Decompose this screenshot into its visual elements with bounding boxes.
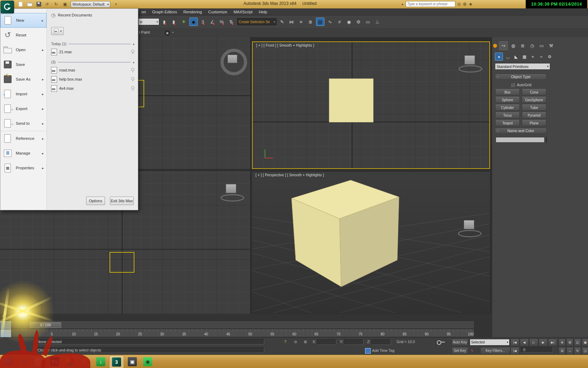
go-to-end-button[interactable]: ▶| xyxy=(548,339,557,346)
file-menu-item-import[interactable]: Import▸ xyxy=(0,87,47,101)
viewcube-ring[interactable] xyxy=(220,194,244,202)
viewcube-ring[interactable] xyxy=(458,230,482,237)
primitive-button-torus[interactable]: Torus xyxy=(495,112,520,118)
pin-icon[interactable] xyxy=(131,86,134,90)
orbit-button[interactable]: ↻ xyxy=(574,347,581,355)
search-input[interactable] xyxy=(406,1,455,7)
taskbar-screen-recorder[interactable]: ◉ xyxy=(141,355,155,368)
taskbar-image-viewer[interactable]: ▣ xyxy=(125,355,139,368)
save-file-icon[interactable] xyxy=(34,1,41,7)
go-to-start-button[interactable]: |◀ xyxy=(510,339,519,346)
render-setup-icon[interactable]: ⚙ xyxy=(355,18,362,26)
zoom-button[interactable]: ⊕ xyxy=(559,339,566,346)
primitive-button-cylinder[interactable]: Cylinder xyxy=(495,104,520,111)
help-mode-icon[interactable]: ? xyxy=(284,340,286,344)
object-name-input[interactable] xyxy=(496,137,545,143)
qat-flyout-icon[interactable]: ▾ xyxy=(112,1,119,7)
category-systems[interactable]: ⚙ xyxy=(546,53,553,60)
render-production-icon[interactable]: ♨ xyxy=(373,18,381,26)
ribbon-chevron-icon[interactable]: ▾ xyxy=(172,31,174,34)
undo-icon[interactable]: ↺ xyxy=(43,1,50,7)
category-cameras[interactable]: ▦ xyxy=(521,53,528,60)
primitive-button-tube[interactable]: Tube xyxy=(522,104,546,111)
add-time-tag[interactable]: Add Time Tag xyxy=(372,348,394,353)
schematic-view-icon[interactable]: # xyxy=(336,18,343,26)
taskbar-internet-explorer[interactable]: e xyxy=(17,355,31,368)
selection-region-icon[interactable]: ◆ xyxy=(189,18,198,26)
menu-customize[interactable]: Customize xyxy=(205,10,230,14)
primitive-button-plane[interactable]: Plane xyxy=(522,120,546,126)
menu-rendering[interactable]: Rendering xyxy=(180,10,205,14)
x-coordinate-field[interactable] xyxy=(317,339,336,345)
key-filters-button[interactable]: Key Filters... xyxy=(480,347,510,354)
taskbar-idm[interactable]: ↓ xyxy=(94,355,108,368)
tab-create[interactable]: ↪ xyxy=(499,41,508,50)
file-menu-item-save[interactable]: Save xyxy=(0,57,47,72)
key-filter-curve-icon[interactable]: ∿ xyxy=(470,348,474,352)
pin-icon[interactable] xyxy=(131,50,134,54)
align-icon[interactable]: ≡ xyxy=(297,18,305,26)
recent-document-item[interactable]: road.max xyxy=(51,66,134,75)
category-space-warps[interactable]: ≈ xyxy=(538,53,545,60)
taskbar-start[interactable] xyxy=(1,355,15,368)
search-icon[interactable]: ⊙ xyxy=(457,2,461,7)
zoom-region-button[interactable]: ▣ xyxy=(582,339,588,346)
viewcube[interactable] xyxy=(464,55,475,64)
material-editor-icon[interactable]: ◉ xyxy=(345,18,353,26)
primitive-button-pyramid[interactable]: Pyramid xyxy=(522,112,546,118)
named-selection-set-combo[interactable]: Create Selection Se▾ xyxy=(237,18,276,25)
manage-layers-icon[interactable]: ≣ xyxy=(307,18,314,26)
curve-editor-icon[interactable]: ∿ xyxy=(326,18,334,26)
category-lights[interactable]: ◣ xyxy=(512,53,520,60)
maxscript-mini-listener[interactable] xyxy=(0,321,12,337)
tab-hierarchy[interactable]: ≣ xyxy=(519,42,527,50)
project-folder-icon[interactable]: ▣ xyxy=(62,1,69,7)
menu-on[interactable]: on xyxy=(138,10,149,14)
workspace-dropdown[interactable]: Workspace: Default ▾ xyxy=(71,1,110,8)
angle-snap-toggle-icon[interactable]: ∠▖ xyxy=(209,18,217,26)
object-color-swatch[interactable] xyxy=(546,137,547,143)
viewcube-ring[interactable] xyxy=(458,65,482,73)
previous-frame-button[interactable]: ◀ xyxy=(520,339,529,346)
viewport-perspective-label[interactable]: [ + ] [ Perspective ] [ Smooth + Highlig… xyxy=(255,173,324,177)
time-tag-icon[interactable] xyxy=(365,348,371,354)
edit-named-selection-sets-icon[interactable]: ✎ xyxy=(278,18,286,26)
selection-lock-icon[interactable]: ⊝ xyxy=(294,340,297,344)
pan-button[interactable]: ↔ xyxy=(566,347,573,355)
favorites-icon[interactable]: ★ xyxy=(469,2,472,7)
pin-icon[interactable] xyxy=(131,68,134,72)
expand-arrow-icon[interactable]: ▸ xyxy=(2,314,4,318)
tab-display[interactable]: ▭ xyxy=(538,42,546,50)
file-menu-item-reset[interactable]: Reset xyxy=(0,28,47,42)
maximize-viewport-button[interactable]: ◲ xyxy=(582,347,588,355)
snap-toggle-a-icon[interactable]: ▮▖ xyxy=(161,18,169,26)
y-coordinate-field[interactable] xyxy=(344,339,364,345)
zoom-all-button[interactable]: ⊞ xyxy=(566,339,573,346)
view-dropdown[interactable]: w▾ xyxy=(138,18,159,25)
collapse-group-icon[interactable]: ▴ xyxy=(133,42,134,46)
recent-document-item[interactable]: help box.max xyxy=(51,75,134,84)
file-menu-item-properties[interactable]: Properties▸ xyxy=(0,161,47,175)
object-type-rollout-header[interactable]: − Object Type xyxy=(495,74,547,80)
file-menu-item-manage[interactable]: Manage▸ xyxy=(0,146,47,161)
z-coordinate-field[interactable] xyxy=(371,339,391,345)
category-shapes[interactable]: ◡ xyxy=(504,53,511,60)
viewport-front-label[interactable]: [ + ] [ Front ] [ Smooth + Highlights ] xyxy=(256,43,314,47)
tab-modify[interactable]: ◍ xyxy=(509,42,517,50)
exit-button[interactable]: Exit 3ds Max xyxy=(110,197,134,205)
autogrid-checkbox[interactable] xyxy=(510,82,515,87)
graphite-modeling-tools-icon[interactable]: ▤ xyxy=(316,18,324,26)
mirror-icon[interactable]: ⋈ xyxy=(288,18,295,26)
taskbar-firefox[interactable] xyxy=(78,355,92,368)
tab-utilities[interactable]: ⚒ xyxy=(547,42,555,50)
file-menu-item-new[interactable]: New▸ xyxy=(0,13,47,28)
selection-set-dropdown[interactable]: Selected▾ xyxy=(470,339,510,346)
track-bar[interactable]: 5101520253035404550556065707580859095100 xyxy=(12,329,474,337)
infocenter-flyout-icon[interactable]: ▸ xyxy=(402,2,404,6)
viewcube[interactable] xyxy=(226,184,236,193)
menu-help[interactable]: Help xyxy=(255,10,270,14)
primitive-button-box[interactable]: Box xyxy=(495,89,520,95)
field-of-view-button[interactable]: ⊟ xyxy=(559,347,566,355)
next-frame-button[interactable]: ▶ xyxy=(539,339,548,346)
set-key-button[interactable]: Set Key xyxy=(451,347,468,354)
